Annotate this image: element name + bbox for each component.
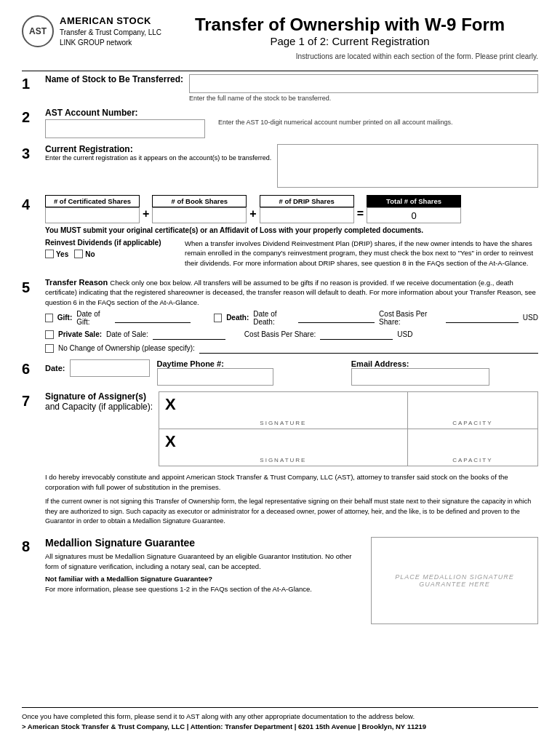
section-8-body2: For more information, please see questio… <box>45 584 362 594</box>
section-4-num: 4 <box>22 196 39 213</box>
death-label: Death: <box>226 314 249 322</box>
gift-label: Gift: <box>57 314 73 322</box>
section-7-sublabel: and Capacity (if applicable): <box>45 402 153 412</box>
section-3-num: 3 <box>22 146 39 162</box>
email-input[interactable] <box>351 368 489 386</box>
sig-row-2: X SIGNATURE CAPACITY <box>159 429 537 466</box>
section-5-label: Transfer Reason <box>45 278 108 287</box>
drip-shares-label: # of DRIP Shares <box>260 195 354 207</box>
no-change-checkbox[interactable] <box>45 344 54 353</box>
section-6: 6 Date: Daytime Phone #: Email Address: <box>22 359 538 386</box>
private-sale-checkbox[interactable] <box>45 330 54 339</box>
reinvest-yes-label: Yes <box>56 250 68 258</box>
section-1-label: Name of Stock to Be Transferred: <box>45 74 183 84</box>
cert-shares-label: # of Certificated Shares <box>45 195 140 207</box>
email-label: Email Address: <box>351 359 409 368</box>
logo-subtitle2: LINK GROUP network <box>60 38 161 48</box>
sig-label-2: SIGNATURE <box>260 457 306 463</box>
gift-checkbox[interactable] <box>45 314 53 322</box>
section-2-content: AST Account Number: Enter the AST 10-dig… <box>45 108 538 138</box>
death-field-label: Date of Death: <box>253 310 294 326</box>
phone-field-group: Daytime Phone #: <box>157 359 344 386</box>
footer: Once you have completed this form, pleas… <box>22 707 538 730</box>
reinvest-desc: When a transfer involves Dividend Reinve… <box>185 239 538 268</box>
legal-texts: I do hereby irrevocably constitute and a… <box>45 472 538 527</box>
section-4: 4 # of Certificated Shares + # of Book S… <box>22 195 538 272</box>
section-8-row: Medallion Signature Guarantee All signat… <box>45 537 538 624</box>
book-shares-cell: # of Book Shares <box>152 195 247 223</box>
cert-shares-input[interactable] <box>45 207 140 223</box>
private-cost-field[interactable] <box>320 330 393 340</box>
reinvest-yes-item[interactable]: Yes <box>45 250 68 258</box>
drip-shares-input[interactable] <box>260 207 354 223</box>
private-cost-label: Cost Basis Per Share: <box>230 330 316 338</box>
section-6-content: Date: Daytime Phone #: Email Address: <box>45 359 538 386</box>
logo-subtitle1: Transfer & Trust Company, LLC <box>60 28 161 38</box>
ast-account-input[interactable] <box>45 119 205 138</box>
instructions-text: Instructions are located within each sec… <box>22 52 538 60</box>
reinvest-no-checkbox[interactable] <box>74 250 83 258</box>
section-7-sig-area: X SIGNATURE CAPACITY X SIGNATURE <box>159 391 538 466</box>
plus-operator-1: + <box>143 207 149 220</box>
section-8-body2-label: Not familiar with a Medallion Signature … <box>45 575 362 583</box>
equals-operator: = <box>357 207 364 220</box>
legal-text-2: If the current owner is not signing this… <box>45 497 538 527</box>
stock-name-input[interactable] <box>189 74 538 93</box>
reinvest-checkbox-row: Yes No <box>45 250 176 258</box>
section-5-num: 5 <box>22 279 39 296</box>
footer-line2: > American Stock Transfer & Trust Compan… <box>22 722 538 730</box>
section-1: 1 Name of Stock to Be Transferred: Enter… <box>22 74 538 102</box>
private-sale-date-field[interactable] <box>153 330 225 340</box>
header: AST AMERICAN STOCK Transfer & Trust Comp… <box>22 15 538 48</box>
medallion-guarantee-box: PLACE MEDALLION SIGNATURE GUARANTEE HERE <box>371 537 538 624</box>
transfer-options: Gift: Date of Gift: Death: Date of Death… <box>45 310 538 354</box>
gift-date-field[interactable] <box>115 313 191 323</box>
section-1-content: Name of Stock to Be Transferred: Enter t… <box>45 74 538 102</box>
gift-field-label: Date of Gift: <box>76 310 111 326</box>
section-6-fields: Date: Daytime Phone #: Email Address: <box>45 359 538 386</box>
book-shares-label: # of Book Shares <box>152 195 247 207</box>
sig-x-1: X <box>165 395 176 413</box>
gift-row: Gift: Date of Gift: Death: Date of Death… <box>45 310 538 326</box>
section-8-num: 8 <box>22 538 39 555</box>
cap-box-2: CAPACITY <box>408 429 537 466</box>
plus-operator-2: + <box>249 207 256 220</box>
private-sale-label: Private Sale: <box>58 330 102 338</box>
date-label: Date: <box>45 364 65 372</box>
reinvest-label: Reinvest Dividends (if applicable) <box>45 239 176 247</box>
sig-row-1: X SIGNATURE CAPACITY <box>159 392 537 429</box>
no-change-row: No Change of Ownership (please specify): <box>45 343 538 354</box>
phone-input[interactable] <box>157 368 273 386</box>
section-3: 3 Current Registration: Enter the curren… <box>22 144 538 189</box>
page-subtitle: Page 1 of 2: Current Registration <box>161 35 538 47</box>
section-5-content: Transfer Reason Check only one box below… <box>45 278 538 354</box>
book-shares-input[interactable] <box>152 207 247 223</box>
death-checkbox[interactable] <box>214 314 222 322</box>
section-8-content: Medallion Signature Guarantee All signat… <box>45 537 538 624</box>
current-registration-input[interactable] <box>277 144 538 188</box>
cert-shares-cell: # of Certificated Shares <box>45 195 140 223</box>
reinvest-no-item[interactable]: No <box>74 250 95 258</box>
reinvest-yes-checkbox[interactable] <box>45 250 54 258</box>
section-1-num: 1 <box>22 76 39 92</box>
cap-box-1: CAPACITY <box>408 392 537 429</box>
section-8-left: Medallion Signature Guarantee All signat… <box>45 537 362 598</box>
death-cost-label: Cost Basis Per Share: <box>379 310 441 326</box>
private-sale-field-label: Date of Sale: <box>106 330 148 338</box>
header-divider <box>22 71 538 71</box>
section-5-desc: Check only one box below. All transfers … <box>45 279 536 306</box>
section-8-title: Medallion Signature Guarantee <box>45 537 362 549</box>
date-input[interactable] <box>70 359 150 377</box>
death-cost-field[interactable] <box>446 313 519 323</box>
footer-line1: Once you have completed this form, pleas… <box>22 712 538 720</box>
section-2: 2 AST Account Number: Enter the AST 10-d… <box>22 108 538 138</box>
email-field-group: Email Address: <box>351 359 538 386</box>
total-shares-value: 0 <box>367 207 461 223</box>
section-7-label: Signature of Assigner(s) <box>45 391 153 402</box>
death-date-field[interactable] <box>298 313 375 323</box>
section-5: 5 Transfer Reason Check only one box bel… <box>22 278 538 354</box>
death-cost-unit: USD <box>523 314 538 322</box>
logo-company-name: AMERICAN STOCK <box>60 15 161 28</box>
section-7-content: Signature of Assigner(s) and Capacity (i… <box>45 391 538 531</box>
no-change-field[interactable] <box>199 343 538 354</box>
